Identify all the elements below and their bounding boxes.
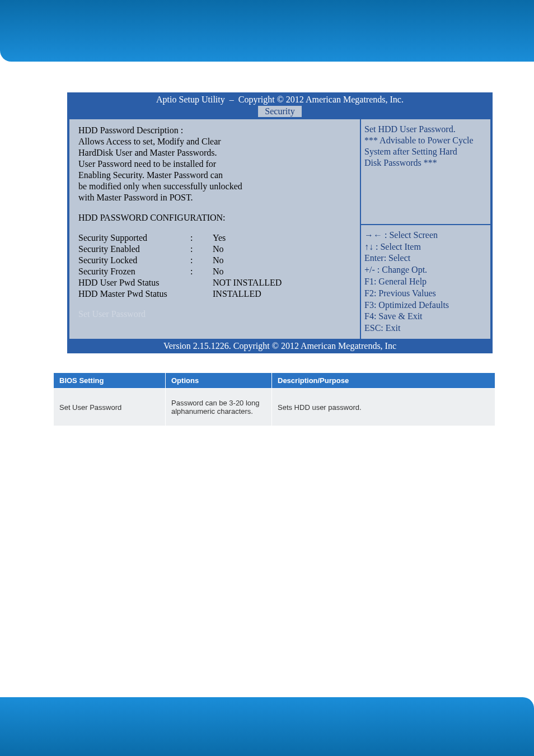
key-hint: +/- : Change Opt. <box>364 264 487 276</box>
key-hint: F4: Save & Exit <box>364 311 487 323</box>
page-top-bar <box>0 0 534 62</box>
hdd-desc-line: Enabling Security. Master Password can <box>78 170 351 181</box>
cfg-label: Security Enabled <box>78 244 190 255</box>
cfg-value: No <box>213 244 224 255</box>
bios-main-panel: HDD Password Description : Allows Access… <box>68 118 360 340</box>
cfg-value: No <box>213 266 224 277</box>
cfg-value: Yes <box>213 232 226 244</box>
hdd-cfg-heading: HDD PASSWORD CONFIGURATION: <box>78 212 351 223</box>
td-bios-setting: Set User Password <box>54 389 166 426</box>
th-bios-setting: BIOS Setting <box>54 373 166 389</box>
cfg-value: NOT INSTALLED <box>213 277 282 288</box>
cfg-colon: : <box>190 244 213 255</box>
cfg-label: HDD Master Pwd Status <box>78 288 190 300</box>
bios-title: Aptio Setup Utility – Copyright © 2012 A… <box>68 94 491 106</box>
hdd-desc-line: be modified only when successfully unloc… <box>78 181 351 192</box>
hdd-desc-line: HardDisk User and Master Passwords. <box>78 147 351 158</box>
set-user-password-item[interactable]: Set User Password <box>78 309 351 320</box>
cfg-colon: : <box>190 266 213 277</box>
bios-help-text: Set HDD User Password. *** Advisable to … <box>361 119 490 224</box>
help-line: System after Setting Hard <box>364 146 487 157</box>
bios-key-legend: →← : Select Screen ↑↓ : Select Item Ente… <box>361 224 490 339</box>
cfg-colon <box>190 288 213 300</box>
cfg-label: Security Supported <box>78 232 190 244</box>
key-hint: ↑↓ : Select Item <box>364 241 487 253</box>
bios-version: Version 2.15.1226. Copyright © 2012 Amer… <box>68 340 491 352</box>
key-hint: F1: General Help <box>364 276 487 288</box>
cfg-label: Security Frozen <box>78 266 190 277</box>
hdd-desc-line: HDD Password Description : <box>78 125 351 136</box>
key-hint: F3: Optimized Defaults <box>364 300 487 311</box>
table-row: HDD Master Pwd Status INSTALLED <box>78 288 351 300</box>
table-header-row: BIOS Setting Options Description/Purpose <box>54 373 495 389</box>
table-row: HDD User Pwd Status NOT INSTALLED <box>78 277 351 288</box>
bios-tab-bar: Security <box>68 106 491 118</box>
key-hint: F2: Previous Values <box>364 288 487 300</box>
key-hint: Enter: Select <box>364 253 487 264</box>
help-line: Set HDD User Password. <box>364 124 487 135</box>
hdd-desc-line: User Password need to be installed for <box>78 158 351 170</box>
table-row: Security Supported : Yes <box>78 232 351 244</box>
hdd-desc-line: Allows Access to set, Modify and Clear <box>78 136 351 147</box>
cfg-value: No <box>213 255 224 266</box>
th-options: Options <box>166 373 272 389</box>
td-options: Password can be 3-20 long alphanumeric c… <box>166 389 272 426</box>
settings-table: BIOS Setting Options Description/Purpose… <box>53 372 495 426</box>
cfg-value: INSTALLED <box>213 288 261 300</box>
key-hint: →← : Select Screen <box>364 230 487 241</box>
bios-window: Aptio Setup Utility – Copyright © 2012 A… <box>67 92 493 353</box>
cfg-colon: : <box>190 232 213 244</box>
key-hint: ESC: Exit <box>364 323 487 334</box>
page-bottom-bar <box>0 697 534 756</box>
help-line: Disk Passwords *** <box>364 157 487 169</box>
hdd-desc-line: with Master Password in POST. <box>78 192 351 203</box>
th-description: Description/Purpose <box>272 373 495 389</box>
tab-security[interactable]: Security <box>258 106 301 117</box>
bios-side-panel: Set HDD User Password. *** Advisable to … <box>360 118 491 340</box>
cfg-colon <box>190 277 213 288</box>
help-line: *** Advisable to Power Cycle <box>364 135 487 146</box>
table-row: Security Enabled : No <box>78 244 351 255</box>
cfg-label: Security Locked <box>78 255 190 266</box>
cfg-colon: : <box>190 255 213 266</box>
table-row: Security Locked : No <box>78 255 351 266</box>
td-description: Sets HDD user password. <box>272 389 495 426</box>
cfg-label: HDD User Pwd Status <box>78 277 190 288</box>
table-row: Set User Password Password can be 3-20 l… <box>54 389 495 426</box>
table-row: Security Frozen : No <box>78 266 351 277</box>
